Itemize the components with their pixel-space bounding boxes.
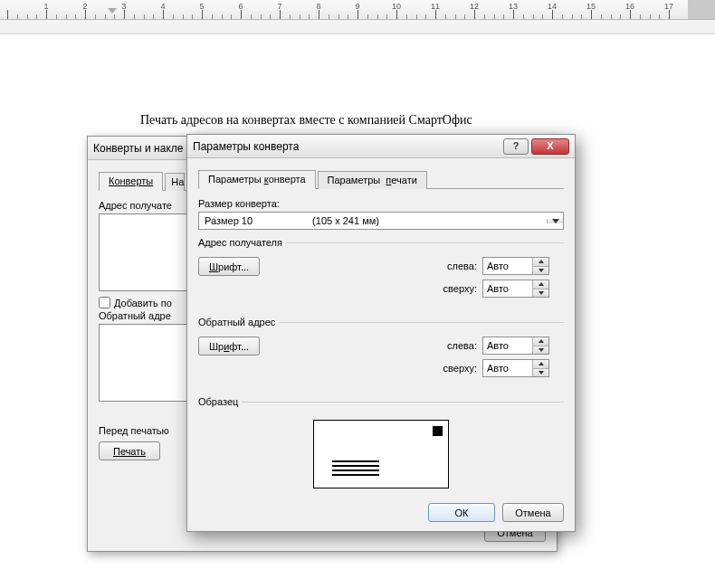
tab-envelope-params[interactable]: Параметры конверта [198, 170, 316, 189]
ruler-margin-strip [0, 20, 715, 34]
dialog-envelope-options: Параметры конверта ? X Параметры конверт… [186, 134, 576, 532]
spin-up-icon[interactable] [533, 337, 548, 346]
return-address-textarea[interactable] [99, 324, 189, 402]
envelope-preview [313, 420, 449, 488]
envelope-size-label: Размер конверта: [198, 198, 564, 209]
close-icon: X [547, 141, 553, 151]
close-button[interactable]: X [531, 138, 569, 155]
envelope-size-combo[interactable]: Размер 10 (105 x 241 мм) [198, 212, 564, 230]
font-button-return[interactable]: Шрифт... [198, 337, 260, 356]
cancel-button[interactable]: Отмена [502, 503, 564, 522]
add-postage-checkbox[interactable] [99, 297, 110, 308]
tab-envelopes[interactable]: Конверты [99, 172, 163, 191]
tabstrip: Параметры конверта Параметры печати [198, 167, 564, 189]
recipient-left-input[interactable] [483, 258, 532, 274]
spin-up-icon[interactable] [533, 360, 548, 369]
help-icon: ? [513, 141, 520, 151]
return-left-input[interactable] [483, 337, 532, 354]
recipient-address-textarea[interactable] [99, 213, 189, 291]
stamp-icon [433, 426, 443, 436]
print-button[interactable]: Печать [99, 441, 160, 460]
top-label: сверху: [437, 283, 477, 294]
ruler: 1234567891011121314151617 [0, 0, 715, 20]
spin-down-icon[interactable] [533, 346, 548, 355]
spin-down-icon[interactable] [533, 267, 548, 275]
document-text: Печать адресов на конвертах вместе с ком… [140, 113, 472, 128]
recipient-top-spin[interactable] [482, 280, 549, 298]
return-left-spin[interactable] [482, 337, 549, 355]
group-recipient-address: Адрес получателя Шрифт... слева: [198, 237, 564, 309]
top-label: сверху: [437, 363, 477, 374]
left-label: слева: [437, 261, 477, 271]
tab-print-params[interactable]: Параметры печати [318, 171, 427, 189]
combo-value: Размер 10 [199, 215, 258, 226]
group-return-address: Обратный адрес Шрифт... слева: [198, 317, 564, 389]
return-top-input[interactable] [483, 360, 532, 376]
recipient-top-input[interactable] [483, 280, 532, 297]
dialog-title: Параметры конверта [193, 140, 500, 153]
chevron-down-icon[interactable] [547, 219, 563, 223]
spin-up-icon[interactable] [533, 258, 548, 267]
left-label: слева: [437, 340, 477, 351]
recipient-left-spin[interactable] [482, 257, 549, 275]
spin-down-icon[interactable] [533, 369, 548, 377]
spin-down-icon[interactable] [533, 289, 548, 298]
combo-dims: (105 x 241 мм) [258, 215, 547, 226]
add-postage-label: Добавить по [114, 298, 172, 308]
ok-button[interactable]: ОК [428, 503, 495, 522]
group-legend: Образец [198, 396, 242, 407]
group-sample: Образец [198, 396, 564, 496]
font-button-recipient[interactable]: Шрифт... [198, 257, 260, 276]
address-lines-icon [332, 460, 379, 479]
titlebar[interactable]: Параметры конверта ? X [187, 135, 575, 158]
spin-up-icon[interactable] [533, 280, 548, 289]
return-top-spin[interactable] [482, 359, 549, 377]
help-button[interactable]: ? [503, 138, 529, 155]
group-legend: Адрес получателя [198, 237, 286, 248]
tab-labels-partial[interactable]: На [165, 173, 185, 191]
group-legend: Обратный адрес [198, 317, 279, 327]
